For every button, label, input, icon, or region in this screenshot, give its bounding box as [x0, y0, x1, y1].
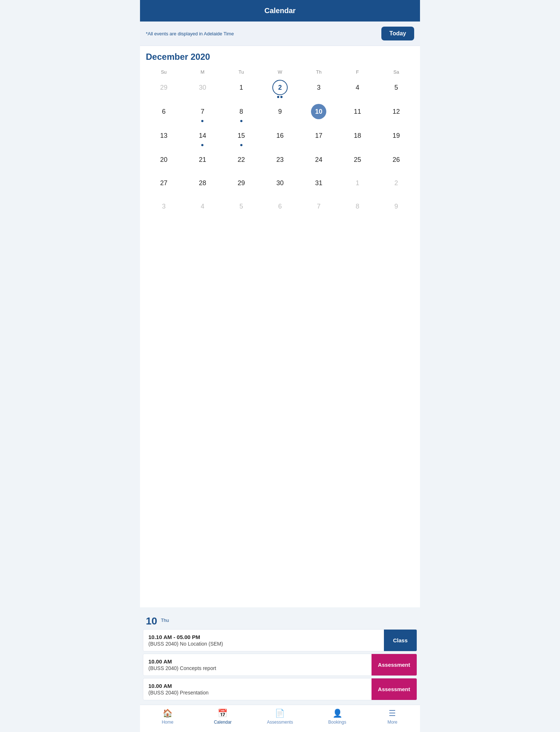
calendar-day-number[interactable]: 2: [389, 175, 404, 191]
calendar-cell[interactable]: 9: [261, 102, 299, 126]
calendar-day-number[interactable]: 29: [234, 175, 249, 191]
nav-item-assessments[interactable]: 📄Assessments: [267, 709, 293, 725]
calendar-cell[interactable]: 4: [183, 196, 222, 220]
calendar-cell[interactable]: 11: [338, 102, 377, 126]
calendar-cell[interactable]: 27: [144, 173, 183, 196]
calendar-day-number[interactable]: 20: [156, 152, 171, 167]
calendar-day-number[interactable]: 25: [350, 152, 365, 167]
nav-item-calendar[interactable]: 📅Calendar: [212, 709, 234, 725]
calendar-day-number[interactable]: 9: [389, 199, 404, 214]
calendar-day-number[interactable]: 21: [195, 152, 210, 167]
calendar-day-number[interactable]: 17: [311, 128, 326, 143]
calendar-day-number[interactable]: 1: [234, 80, 249, 95]
calendar-cell[interactable]: 24: [299, 150, 338, 173]
calendar-day-number[interactable]: 8: [350, 199, 365, 214]
calendar-day-number[interactable]: 5: [234, 199, 249, 214]
calendar-cell[interactable]: 19: [377, 126, 416, 150]
calendar-day-number[interactable]: 6: [156, 104, 171, 119]
calendar-cell[interactable]: 8: [338, 196, 377, 220]
calendar-cell[interactable]: 26: [377, 150, 416, 173]
calendar-cell[interactable]: 13: [144, 126, 183, 150]
calendar-day-number[interactable]: 18: [350, 128, 365, 143]
calendar-cell[interactable]: 4: [338, 78, 377, 102]
calendar-cell[interactable]: 6: [144, 102, 183, 126]
calendar-day-number[interactable]: 14: [195, 128, 210, 143]
calendar-section: December 2020 SuMTuWThFSa 29301234567891…: [140, 46, 420, 607]
calendar-cell[interactable]: 3: [144, 196, 183, 220]
calendar-day-number[interactable]: 13: [156, 128, 171, 143]
calendar-day-number[interactable]: 30: [272, 175, 288, 191]
calendar-day-number[interactable]: 31: [311, 175, 326, 191]
calendar-cell[interactable]: 7: [183, 102, 222, 126]
calendar-day-number[interactable]: 2: [272, 80, 288, 95]
event-time: 10.00 AM: [148, 658, 366, 665]
calendar-cell[interactable]: 30: [183, 78, 222, 102]
calendar-cell[interactable]: 15: [222, 126, 261, 150]
calendar-day-number[interactable]: 1: [350, 175, 365, 191]
nav-item-more[interactable]: ☰More: [381, 709, 403, 725]
calendar-cell[interactable]: 5: [222, 196, 261, 220]
event-dots: [277, 96, 283, 98]
event-card[interactable]: 10.00 AM(BUSS 2040) Concepts reportAsses…: [143, 654, 417, 676]
calendar-cell[interactable]: 1: [338, 173, 377, 196]
calendar-day-number[interactable]: 19: [389, 128, 404, 143]
calendar-day-number[interactable]: 28: [195, 175, 210, 191]
event-card[interactable]: 10.10 AM - 05.00 PM(BUSS 2040) No Locati…: [143, 629, 417, 651]
calendar-cell[interactable]: 12: [377, 102, 416, 126]
nav-item-bookings[interactable]: 👤Bookings: [326, 709, 348, 725]
calendar-cell[interactable]: 22: [222, 150, 261, 173]
calendar-day-number[interactable]: 7: [311, 199, 326, 214]
calendar-cell[interactable]: 17: [299, 126, 338, 150]
calendar-cell[interactable]: 29: [222, 173, 261, 196]
calendar-cell[interactable]: 3: [299, 78, 338, 102]
calendar-day-number[interactable]: 24: [311, 152, 326, 167]
today-button[interactable]: Today: [381, 27, 414, 40]
calendar-day-number[interactable]: 4: [350, 80, 365, 95]
event-card[interactable]: 10.00 AM(BUSS 2040) PresentationAssessme…: [143, 678, 417, 700]
calendar-cell[interactable]: 31: [299, 173, 338, 196]
calendar-day-number[interactable]: 26: [389, 152, 404, 167]
calendar-day-number[interactable]: 3: [311, 80, 326, 95]
calendar-cell[interactable]: 30: [261, 173, 299, 196]
calendar-cell[interactable]: 18: [338, 126, 377, 150]
calendar-day-number[interactable]: 27: [156, 175, 171, 191]
calendar-day-number[interactable]: 15: [234, 128, 249, 143]
calendar-cell[interactable]: 9: [377, 196, 416, 220]
calendar-day-number[interactable]: 23: [272, 152, 288, 167]
calendar-day-number[interactable]: 11: [350, 104, 365, 119]
event-description: (BUSS 2040) Concepts report: [148, 665, 366, 671]
calendar-cell[interactable]: 6: [261, 196, 299, 220]
nav-item-home[interactable]: 🏠Home: [157, 709, 179, 725]
calendar-day-number[interactable]: 5: [389, 80, 404, 95]
calendar-cell[interactable]: 21: [183, 150, 222, 173]
calendar-cell[interactable]: 14: [183, 126, 222, 150]
calendar-day-number[interactable]: 10: [311, 104, 326, 119]
calendar-cell[interactable]: 5: [377, 78, 416, 102]
event-description: (BUSS 2040) Presentation: [148, 690, 366, 696]
calendar-day-number[interactable]: 7: [195, 104, 210, 119]
calendar-cell[interactable]: 8: [222, 102, 261, 126]
calendar-cell[interactable]: 23: [261, 150, 299, 173]
event-dots: [240, 144, 242, 146]
calendar-cell[interactable]: 10: [299, 102, 338, 126]
calendar-day-number[interactable]: 6: [272, 199, 288, 214]
calendar-cell[interactable]: 25: [338, 150, 377, 173]
calendar-day-number[interactable]: 12: [389, 104, 404, 119]
calendar-cell[interactable]: 28: [183, 173, 222, 196]
calendar-cell[interactable]: 29: [144, 78, 183, 102]
calendar-cell[interactable]: 1: [222, 78, 261, 102]
calendar-day-number[interactable]: 8: [234, 104, 249, 119]
calendar-day-number[interactable]: 9: [272, 104, 288, 119]
calendar-cell[interactable]: 2: [377, 173, 416, 196]
calendar-grid: 2930123456789101112131415161718192021222…: [144, 78, 416, 220]
calendar-day-number[interactable]: 16: [272, 128, 288, 143]
calendar-day-number[interactable]: 29: [156, 80, 171, 95]
calendar-day-number[interactable]: 30: [195, 80, 210, 95]
calendar-day-number[interactable]: 3: [156, 199, 171, 214]
calendar-day-number[interactable]: 22: [234, 152, 249, 167]
calendar-cell[interactable]: 2: [261, 78, 299, 102]
calendar-cell[interactable]: 20: [144, 150, 183, 173]
calendar-cell[interactable]: 7: [299, 196, 338, 220]
calendar-cell[interactable]: 16: [261, 126, 299, 150]
calendar-day-number[interactable]: 4: [195, 199, 210, 214]
